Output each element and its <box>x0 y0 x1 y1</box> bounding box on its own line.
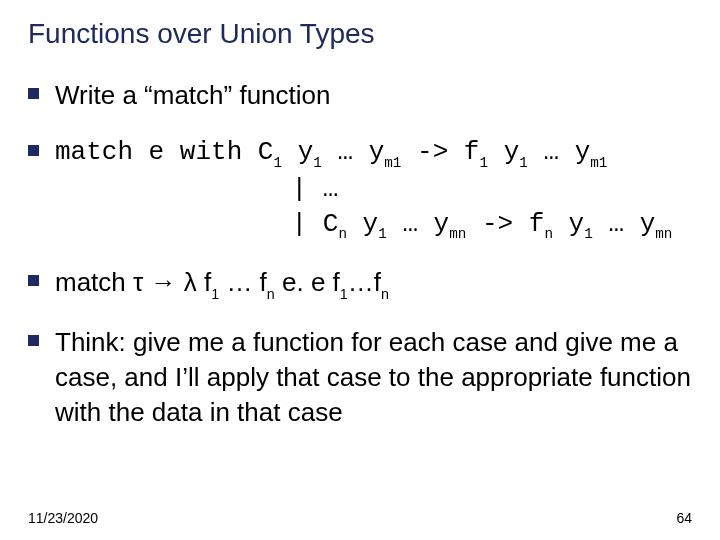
bullet-text: Write a “match” function <box>55 78 331 113</box>
slide-title: Functions over Union Types <box>28 18 692 50</box>
code-line-3: | Cn y1 … ymn -> fn y1 … ymn <box>55 207 672 243</box>
slide: Functions over Union Types Write a “matc… <box>0 0 720 540</box>
footer-page-number: 64 <box>676 510 692 526</box>
bullet-text: Think: give me a function for each case … <box>55 325 692 430</box>
footer-date: 11/23/2020 <box>28 510 98 526</box>
match-semantics: match τ → λ f1 … fn e. e f1…fn <box>55 265 389 302</box>
bullet-item-4: Think: give me a function for each case … <box>28 325 692 430</box>
bullet-list: Write a “match” function match e with C1… <box>28 78 692 430</box>
square-bullet-icon <box>28 275 39 286</box>
footer: 11/23/2020 64 <box>28 510 692 526</box>
bullet-item-3: match τ → λ f1 … fn e. e f1…fn <box>28 265 692 302</box>
square-bullet-icon <box>28 145 39 156</box>
bullet-item-2: match e with C1 y1 … ym1 -> f1 y1 … ym1 … <box>28 135 692 243</box>
square-bullet-icon <box>28 88 39 99</box>
bullet-item-1: Write a “match” function <box>28 78 692 113</box>
match-code-block: match e with C1 y1 … ym1 -> f1 y1 … ym1 … <box>55 135 672 243</box>
code-line-2: | … <box>55 172 672 207</box>
square-bullet-icon <box>28 335 39 346</box>
code-line-1: match e with C1 y1 … ym1 -> f1 y1 … ym1 <box>55 135 672 171</box>
